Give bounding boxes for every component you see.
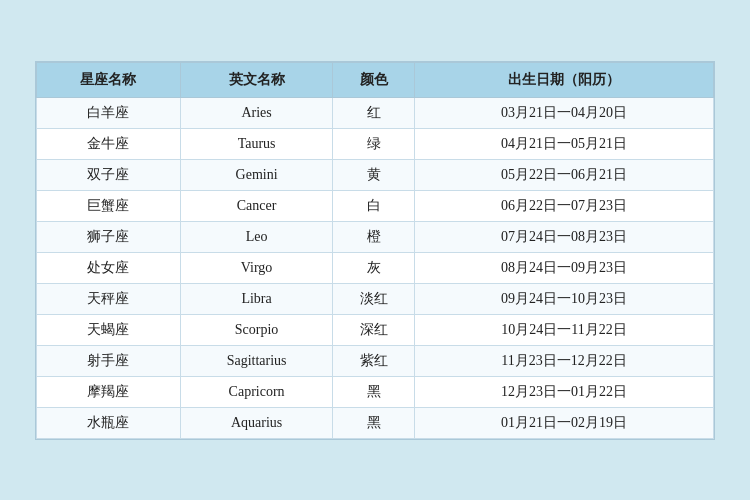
cell-english: Aries xyxy=(180,97,332,128)
table-row: 金牛座Taurus绿04月21日一05月21日 xyxy=(37,128,714,159)
cell-english: Scorpio xyxy=(180,314,332,345)
cell-chinese: 天秤座 xyxy=(37,283,181,314)
table-row: 水瓶座Aquarius黑01月21日一02月19日 xyxy=(37,407,714,438)
cell-date: 10月24日一11月22日 xyxy=(415,314,714,345)
header-color: 颜色 xyxy=(333,62,415,97)
cell-chinese: 金牛座 xyxy=(37,128,181,159)
table-row: 白羊座Aries红03月21日一04月20日 xyxy=(37,97,714,128)
cell-date: 08月24日一09月23日 xyxy=(415,252,714,283)
cell-date: 12月23日一01月22日 xyxy=(415,376,714,407)
cell-english: Cancer xyxy=(180,190,332,221)
cell-english: Virgo xyxy=(180,252,332,283)
table-row: 双子座Gemini黄05月22日一06月21日 xyxy=(37,159,714,190)
cell-english: Taurus xyxy=(180,128,332,159)
table-row: 射手座Sagittarius紫红11月23日一12月22日 xyxy=(37,345,714,376)
cell-color: 黑 xyxy=(333,407,415,438)
cell-date: 01月21日一02月19日 xyxy=(415,407,714,438)
cell-chinese: 处女座 xyxy=(37,252,181,283)
zodiac-table: 星座名称 英文名称 颜色 出生日期（阳历） 白羊座Aries红03月21日一04… xyxy=(36,62,714,439)
cell-chinese: 摩羯座 xyxy=(37,376,181,407)
zodiac-table-wrapper: 星座名称 英文名称 颜色 出生日期（阳历） 白羊座Aries红03月21日一04… xyxy=(35,61,715,440)
cell-date: 03月21日一04月20日 xyxy=(415,97,714,128)
cell-date: 09月24日一10月23日 xyxy=(415,283,714,314)
cell-chinese: 双子座 xyxy=(37,159,181,190)
cell-english: Gemini xyxy=(180,159,332,190)
table-row: 狮子座Leo橙07月24日一08月23日 xyxy=(37,221,714,252)
cell-color: 黄 xyxy=(333,159,415,190)
cell-color: 淡红 xyxy=(333,283,415,314)
cell-chinese: 白羊座 xyxy=(37,97,181,128)
cell-color: 黑 xyxy=(333,376,415,407)
cell-date: 07月24日一08月23日 xyxy=(415,221,714,252)
header-english-name: 英文名称 xyxy=(180,62,332,97)
cell-chinese: 巨蟹座 xyxy=(37,190,181,221)
table-row: 摩羯座Capricorn黑12月23日一01月22日 xyxy=(37,376,714,407)
cell-english: Sagittarius xyxy=(180,345,332,376)
cell-chinese: 水瓶座 xyxy=(37,407,181,438)
cell-color: 绿 xyxy=(333,128,415,159)
cell-color: 紫红 xyxy=(333,345,415,376)
cell-english: Leo xyxy=(180,221,332,252)
cell-chinese: 狮子座 xyxy=(37,221,181,252)
cell-english: Aquarius xyxy=(180,407,332,438)
table-body: 白羊座Aries红03月21日一04月20日金牛座Taurus绿04月21日一0… xyxy=(37,97,714,438)
table-row: 处女座Virgo灰08月24日一09月23日 xyxy=(37,252,714,283)
header-chinese-name: 星座名称 xyxy=(37,62,181,97)
table-row: 巨蟹座Cancer白06月22日一07月23日 xyxy=(37,190,714,221)
cell-color: 白 xyxy=(333,190,415,221)
table-row: 天秤座Libra淡红09月24日一10月23日 xyxy=(37,283,714,314)
cell-date: 05月22日一06月21日 xyxy=(415,159,714,190)
cell-date: 06月22日一07月23日 xyxy=(415,190,714,221)
table-row: 天蝎座Scorpio深红10月24日一11月22日 xyxy=(37,314,714,345)
cell-english: Capricorn xyxy=(180,376,332,407)
header-date: 出生日期（阳历） xyxy=(415,62,714,97)
cell-english: Libra xyxy=(180,283,332,314)
cell-chinese: 射手座 xyxy=(37,345,181,376)
cell-color: 橙 xyxy=(333,221,415,252)
cell-chinese: 天蝎座 xyxy=(37,314,181,345)
cell-color: 红 xyxy=(333,97,415,128)
cell-color: 深红 xyxy=(333,314,415,345)
cell-date: 11月23日一12月22日 xyxy=(415,345,714,376)
table-header-row: 星座名称 英文名称 颜色 出生日期（阳历） xyxy=(37,62,714,97)
cell-color: 灰 xyxy=(333,252,415,283)
cell-date: 04月21日一05月21日 xyxy=(415,128,714,159)
